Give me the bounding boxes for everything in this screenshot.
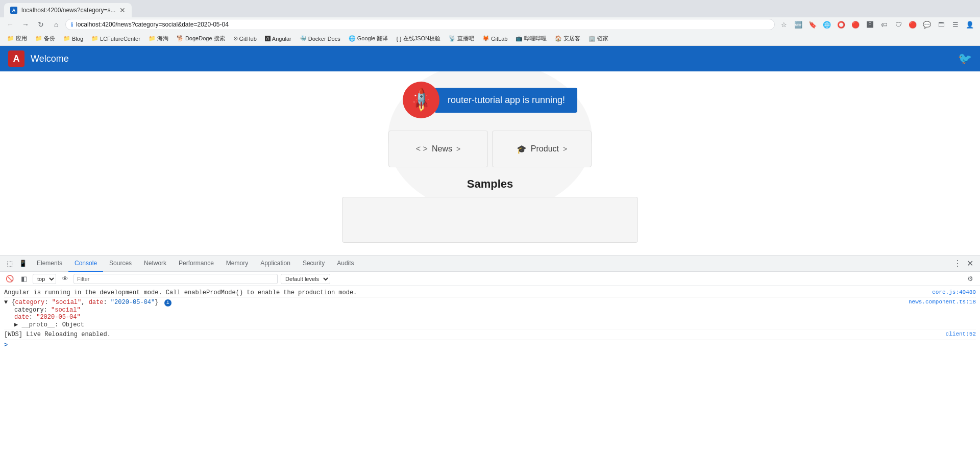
log-levels-selector[interactable]: Default levels	[281, 274, 330, 284]
nav-card-news[interactable]: < > News >	[388, 131, 488, 167]
bookmark-label: Docker Docs	[308, 36, 340, 42]
extension-btn11[interactable]: ☰	[949, 18, 962, 31]
devtools-settings-button[interactable]: ⚙	[965, 273, 976, 285]
tab-console[interactable]: Console	[68, 255, 103, 272]
prompt-caret: >	[4, 342, 8, 349]
prop-key-date: date	[14, 314, 29, 321]
console-input[interactable]	[10, 342, 976, 349]
extension-btn3[interactable]: ⭕	[835, 18, 847, 31]
bookmark-github[interactable]: ⊙ GitHub	[230, 34, 260, 43]
angular-warning-text: Angular is running in the development mo…	[4, 289, 357, 296]
tab-audits[interactable]: Audits	[331, 255, 360, 272]
reload-button[interactable]: ↻	[35, 18, 47, 31]
tab-close-button[interactable]: ✕	[119, 6, 126, 14]
object-source-link[interactable]: news.component.ts:18	[909, 299, 976, 305]
bookmark-label: 直播吧	[457, 35, 474, 42]
json-icon: { }	[396, 36, 401, 42]
anju-icon: 🏠	[555, 35, 562, 42]
nav-card-product[interactable]: 🎓 Product >	[492, 131, 592, 167]
object-summary: {category: "social", date: "2020-05-04"}	[11, 299, 158, 306]
extension-btn8[interactable]: 🔴	[906, 18, 919, 31]
nav-cards: < > News > 🎓 Product >	[388, 131, 592, 167]
eye-icon-button[interactable]: 👁	[59, 273, 70, 285]
object-property-date: date: "2020-05-04"	[14, 314, 904, 321]
tab-performance[interactable]: Performance	[173, 255, 220, 272]
rocket-icon: 🚀	[407, 86, 435, 114]
console-prompt: >	[4, 340, 976, 351]
tab-sources[interactable]: Sources	[103, 255, 138, 272]
console-line-wds: [WDS] Live Reloading enabled. client:52	[4, 330, 976, 340]
tab-network[interactable]: Network	[138, 255, 173, 272]
extension-btn4[interactable]: 🔴	[849, 18, 862, 31]
app-logo: A	[8, 50, 24, 67]
bookmark-angular[interactable]: 🅰 Angular	[262, 35, 295, 43]
extension-btn9[interactable]: 💬	[921, 18, 933, 31]
bookmark-json[interactable]: { } 在线JSON校验	[393, 34, 444, 43]
extension-btn6[interactable]: 🏷	[878, 18, 890, 31]
devtools-more-tabs[interactable]: ⋮	[951, 258, 964, 270]
home-button[interactable]: ⌂	[50, 18, 62, 31]
graduation-icon: 🎓	[517, 144, 527, 154]
extension-btn7[interactable]: 🛡	[892, 18, 904, 31]
inspect-element-button[interactable]: ⬚	[4, 258, 15, 269]
extension-btn2[interactable]: 🌐	[821, 18, 833, 31]
bookmark-lianjia[interactable]: 🏢 链家	[585, 34, 611, 43]
tab-memory[interactable]: Memory	[220, 255, 254, 272]
console-output: Angular is running in the development mo…	[0, 286, 980, 460]
collapse-button[interactable]: ◧	[18, 273, 30, 285]
folder-icon: 📁	[63, 35, 70, 42]
tab-elements[interactable]: Elements	[31, 255, 68, 272]
translate-icon: 🌐	[349, 35, 356, 42]
devtools-close-button[interactable]: ✕	[964, 258, 976, 270]
bookmark-gitlab[interactable]: 🦊 GitLab	[479, 34, 510, 43]
bookmark-label: 链家	[597, 35, 608, 42]
tab-security[interactable]: Security	[297, 255, 331, 272]
devtools-tabs: ⬚ 📱 Elements Console Sources Network Per…	[0, 255, 980, 272]
bookmark-label: GitLab	[491, 36, 507, 42]
back-button[interactable]: ←	[4, 18, 16, 31]
extension-btn5[interactable]: 🅿	[864, 18, 876, 31]
bookmark-dogedoge[interactable]: 🐕 DogeDoge 搜索	[174, 34, 228, 43]
bookmark-apps[interactable]: 📁 应用	[4, 34, 30, 43]
object-toggle[interactable]: ▼ {category: "social", date: "2020-05-04…	[4, 299, 904, 306]
bookmark-label: Google 翻译	[357, 35, 388, 42]
bookmark-anju[interactable]: 🏠 安居客	[552, 34, 583, 43]
nav-card-news-label: News	[432, 144, 452, 154]
bookmark-docker[interactable]: 🐳 Docker Docs	[297, 34, 344, 43]
bookmark-label: 海淘	[157, 35, 168, 42]
bookmark-haitao[interactable]: 📁 海淘	[145, 34, 172, 43]
bookmark-google-translate[interactable]: 🌐 Google 翻译	[346, 34, 391, 43]
context-selector[interactable]: top	[33, 274, 56, 284]
bookmark-live[interactable]: 📡 直播吧	[446, 34, 477, 43]
prop-key-proto: __proto__	[21, 321, 55, 328]
bookmark-backup[interactable]: 📁 备份	[32, 34, 58, 43]
bookmark-bilibili[interactable]: 📺 哔哩哔哩	[512, 34, 550, 43]
app-banner: 🚀 router-tutorial app is running!	[403, 82, 577, 118]
bookmark-button[interactable]: ☆	[778, 18, 790, 31]
extension-btn1[interactable]: 🔖	[806, 18, 819, 31]
bookmark-label: GitHub	[239, 36, 257, 42]
folder-icon: 📁	[149, 35, 156, 42]
browser-tabs: A localhost:4200/news?category=s... ✕	[0, 0, 980, 17]
prop-key-category: category	[14, 306, 44, 314]
device-toolbar-button[interactable]: 📱	[17, 258, 29, 269]
wds-source-link[interactable]: client:52	[946, 331, 976, 337]
forward-button[interactable]: →	[19, 18, 32, 31]
bookmark-lcfuture[interactable]: 📁 LCFutureCenter	[88, 34, 143, 43]
angular-source-link[interactable]: core.js:40480	[932, 289, 976, 295]
profile-button[interactable]: 👤	[964, 18, 976, 31]
active-tab[interactable]: A localhost:4200/news?category=s... ✕	[4, 3, 132, 17]
address-bar[interactable]: ℹ localhost:4200/news?category=social&da…	[65, 19, 775, 30]
tab-application[interactable]: Application	[254, 255, 297, 272]
extension-btn10[interactable]: 🗔	[935, 18, 947, 31]
nav-card-product-label: Product	[531, 144, 559, 154]
collapse-arrow: ▼	[4, 299, 8, 306]
angular-icon: 🅰	[265, 36, 271, 42]
rocket-circle: 🚀	[403, 82, 439, 118]
bookmark-blog[interactable]: 📁 Blog	[60, 34, 86, 43]
samples-title: Samples	[467, 177, 513, 191]
clear-console-button[interactable]: 🚫	[4, 273, 15, 285]
extension-new-icon[interactable]: 🆕	[792, 18, 804, 31]
bilibili-icon: 📺	[516, 35, 523, 42]
console-filter-input[interactable]	[74, 274, 278, 284]
